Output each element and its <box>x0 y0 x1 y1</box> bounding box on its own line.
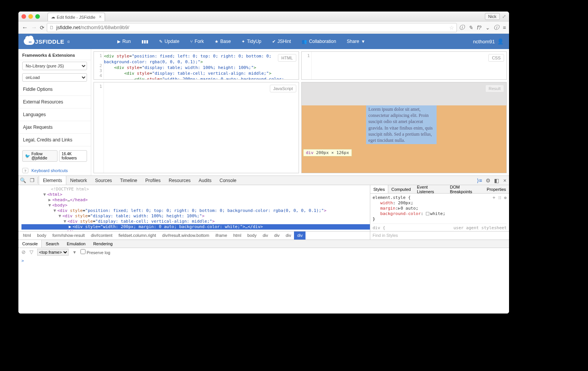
chevron-down-icon: ▼ <box>361 39 365 44</box>
browser-tab[interactable]: ☁ Edit fiddle - JSFiddle × <box>48 13 105 21</box>
wand-icon: ✦ <box>241 39 245 44</box>
clear-console-icon[interactable]: ⊘ <box>21 249 26 255</box>
css-gutter: 1 <box>302 52 312 79</box>
drawer-tabs: Console Search Emulation Rendering <box>18 240 509 248</box>
fullscreen-icon[interactable]: ⤢ <box>502 14 506 19</box>
ext-eyedropper-icon[interactable]: ✎ <box>468 25 473 31</box>
html-pane-label: HTML <box>278 54 296 62</box>
ext-pocket-icon[interactable]: ⌄ <box>485 25 490 31</box>
drawer-tab-rendering[interactable]: Rendering <box>89 240 117 248</box>
preserve-log-label[interactable]: Preserve log <box>80 249 110 255</box>
chrome-menu-icon[interactable]: ≡ <box>503 25 506 31</box>
selected-dom-node: ▶<div style="width: 200px; margin: 0 aut… <box>21 224 370 230</box>
tab-favicon: ☁ <box>51 15 55 20</box>
css-pane[interactable]: CSS 1 <box>301 51 507 80</box>
sidebar-item-external-resources[interactable]: External Resources <box>18 96 91 108</box>
elements-panel: <!DOCTYPE html> ▼<html> ▶<head>…</head> … <box>18 185 370 240</box>
filter-icon[interactable]: ▽ <box>30 249 33 255</box>
styles-tab-computed[interactable]: Computed <box>388 185 414 193</box>
browser-window: ☁ Edit fiddle - JSFiddle × Nick ⤢ ← → ⟳ … <box>18 11 509 314</box>
close-devtools-icon[interactable]: × <box>501 176 509 185</box>
base-button[interactable]: ★Base <box>209 34 236 49</box>
url-host: jsfiddle.net <box>56 25 80 30</box>
back-button[interactable]: ← <box>21 24 28 31</box>
styles-tab-breakpoints[interactable]: DOM Breakpoints <box>447 185 484 193</box>
ext-info-icon[interactable]: ⓘ <box>494 24 499 31</box>
chart-icon: ▮▮▮ <box>141 39 148 44</box>
follow-row: 🐦Follow @jsfiddle 16.4K followers <box>22 150 87 162</box>
tab-audits[interactable]: Audits <box>195 176 215 185</box>
library-select[interactable]: No-Library (pure JS) <box>22 62 87 70</box>
html-code[interactable]: <div style="position: fixed; left: 0; to… <box>104 53 297 80</box>
url-bar[interactable]: 🗋 jsfiddle.net/ncthom91/68wbn9b9/ ☆ <box>47 23 457 32</box>
run-button[interactable]: ▶Run <box>112 34 136 49</box>
ext-icon-1[interactable]: ⓘ <box>459 24 465 31</box>
styles-tab-listeners[interactable]: Event Listeners <box>414 185 447 193</box>
tidyup-button[interactable]: ✦TidyUp <box>236 34 267 49</box>
fork-button[interactable]: ⑂Fork <box>185 34 209 49</box>
follower-count: 16.4K followers <box>59 150 87 162</box>
minimize-window-button[interactable] <box>28 14 33 19</box>
chrome-user-button[interactable]: Nick <box>485 13 500 20</box>
sidebar-item-fiddle-options[interactable]: Fiddle Options <box>18 83 91 96</box>
js-pane[interactable]: JavaScript 1 <box>94 82 299 173</box>
frame-select[interactable]: <top frame> <box>37 249 69 256</box>
sidebar-item-legal[interactable]: Legal, Credits and Links <box>18 134 91 146</box>
logo-text: JSFIDDLE <box>35 38 64 45</box>
jsfiddle-logo[interactable]: ∞ JSFIDDLE α <box>24 38 70 45</box>
html-pane[interactable]: HTML 1 234 <div style="position: fixed; … <box>94 51 299 80</box>
tab-timeline[interactable]: Timeline <box>116 176 141 185</box>
dom-tree[interactable]: <!DOCTYPE html> ▼<html> ▶<head>…</head> … <box>18 185 370 231</box>
preserve-log-checkbox[interactable] <box>80 249 85 254</box>
play-icon: ▶ <box>117 39 120 44</box>
jsfiddle-body: Frameworks & Extensions No-Library (pure… <box>18 49 509 176</box>
share-button[interactable]: Share ▼ <box>342 34 371 49</box>
console-body[interactable]: > <box>18 256 509 314</box>
update-button[interactable]: ✎Update <box>154 34 185 49</box>
ext-icon-3[interactable]: f? <box>477 25 481 31</box>
tab-console[interactable]: Console <box>216 176 241 185</box>
styles-body[interactable]: element.style {+ ⁝⁝ ⊚ width: 200px; marg… <box>370 194 509 231</box>
close-window-button[interactable] <box>21 14 26 19</box>
onload-select[interactable]: onLoad <box>22 73 87 82</box>
sidebar-item-ajax[interactable]: Ajax Requests <box>18 121 91 134</box>
dom-breadcrumbs[interactable]: html body form#show-result div#content f… <box>18 231 370 240</box>
drawer-tab-console[interactable]: Console <box>18 240 42 248</box>
tab-elements[interactable]: Elements <box>39 176 66 185</box>
people-icon: 👥 <box>302 39 307 44</box>
device-icon[interactable]: ❐ <box>28 176 37 185</box>
logo-alpha: α <box>67 39 70 44</box>
dock-icon[interactable]: ◧ <box>492 176 501 185</box>
settings-gear-icon[interactable]: ⚙ <box>484 176 492 185</box>
follow-button[interactable]: 🐦Follow @jsfiddle <box>22 150 57 162</box>
inspect-icon[interactable]: 🔍 <box>18 176 28 185</box>
styles-header-icons[interactable]: + ⁝⁝ ⊚ <box>493 195 507 200</box>
tab-network[interactable]: Network <box>66 176 91 185</box>
tab-resources[interactable]: Resources <box>165 176 195 185</box>
tab-sources[interactable]: Sources <box>91 176 116 185</box>
tab-profiles[interactable]: Profiles <box>141 176 165 185</box>
bookmark-star-icon[interactable]: ☆ <box>449 25 454 31</box>
devtools: 🔍 ❐ Elements Network Sources Timeline Pr… <box>18 176 509 314</box>
keyboard-shortcuts-row: ? Keyboard shortcuts <box>18 166 91 176</box>
reload-button[interactable]: ⟳ <box>40 25 44 31</box>
styles-tab-styles[interactable]: Styles <box>370 185 388 193</box>
sidebar-item-languages[interactable]: Languages <box>18 108 91 121</box>
stats-button[interactable]: ▮▮▮ <box>136 34 154 49</box>
styles-tab-properties[interactable]: Properties <box>484 185 509 193</box>
tab-close-icon[interactable]: × <box>99 14 102 20</box>
styles-filter[interactable]: Find in Styles <box>370 231 509 240</box>
color-swatch[interactable] <box>426 212 429 215</box>
maximize-window-button[interactable] <box>35 14 40 19</box>
drawer-tab-emulation[interactable]: Emulation <box>63 240 89 248</box>
pencil-icon: ✎ <box>159 39 163 44</box>
infinity-icon: ∞ <box>29 39 32 44</box>
drawer-tab-search[interactable]: Search <box>42 240 63 248</box>
devtools-tabbar: 🔍 ❐ Elements Network Sources Timeline Pr… <box>18 176 509 185</box>
keyboard-shortcuts-link[interactable]: Keyboard shortcuts <box>31 168 68 173</box>
forward-button[interactable]: → <box>31 24 38 31</box>
collaboration-button[interactable]: 👥Collaboration <box>296 34 342 49</box>
jsfiddle-user[interactable]: ncthom91 👤 <box>473 38 504 44</box>
drawer-toggle-icon[interactable]: ⟩≡ <box>475 176 484 185</box>
jshint-button[interactable]: ✔JSHint <box>267 34 296 49</box>
